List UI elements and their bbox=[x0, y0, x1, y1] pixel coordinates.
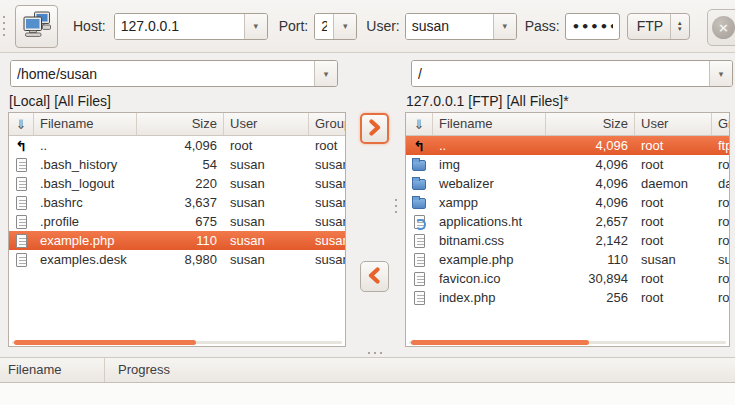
user-column-header[interactable]: User bbox=[224, 113, 309, 135]
file-group: susan bbox=[309, 212, 346, 231]
protocol-selector[interactable]: FTP ▴ ▾ bbox=[627, 13, 690, 40]
host-input[interactable] bbox=[115, 14, 244, 39]
file-size: 675 bbox=[137, 212, 224, 231]
file-user: root bbox=[635, 231, 712, 250]
file-user: root bbox=[635, 269, 712, 288]
scrollbar-thumb[interactable] bbox=[14, 340, 196, 345]
file-row[interactable]: .. 4,096 root root bbox=[9, 136, 345, 155]
file-row[interactable]: favicon.ico 30,894 root root bbox=[406, 269, 729, 288]
file-user: susan bbox=[224, 250, 309, 269]
local-pane: ▾ [Local] [All Files] ⇓ Filename Size Us… bbox=[8, 60, 346, 347]
file-row[interactable]: index.php 256 root root bbox=[406, 288, 729, 307]
host-dropdown-button[interactable]: ▾ bbox=[244, 14, 267, 39]
scrollbar-thumb[interactable] bbox=[411, 340, 589, 345]
group-column-header[interactable]: Group bbox=[712, 113, 730, 135]
file-row[interactable]: webalizer 4,096 daemon daemon bbox=[406, 174, 729, 193]
group-column-header[interactable]: Group bbox=[309, 113, 346, 135]
local-horizontal-scrollbar bbox=[12, 340, 342, 345]
remote-status-label: 127.0.0.1 [FTP] [All Files]* bbox=[406, 93, 735, 110]
password-input[interactable] bbox=[565, 13, 620, 40]
chevron-down-icon: ▾ bbox=[502, 21, 507, 31]
remote-path-input[interactable] bbox=[412, 61, 709, 86]
horizontal-pane-splitter-handle[interactable] bbox=[366, 351, 383, 355]
file-row[interactable]: .profile 675 susan susan bbox=[9, 212, 345, 231]
port-input[interactable] bbox=[315, 14, 333, 39]
local-status-label: [Local] [All Files] bbox=[9, 93, 346, 110]
file-user: root bbox=[635, 212, 712, 231]
folder-icon bbox=[412, 179, 426, 190]
transfer-queue-list[interactable] bbox=[0, 383, 735, 405]
user-input[interactable] bbox=[406, 14, 493, 39]
queue-progress-column-header[interactable]: Progress bbox=[105, 358, 735, 382]
download-button[interactable] bbox=[360, 261, 389, 292]
file-size: 4,096 bbox=[137, 136, 224, 155]
file-group: root bbox=[712, 155, 730, 174]
file-row[interactable]: .bash_logout 220 susan susan bbox=[9, 174, 345, 193]
file-row[interactable]: applications.ht 2,657 root root bbox=[406, 212, 729, 231]
file-row[interactable]: example.php 110 susan susan bbox=[406, 250, 729, 269]
user-dropdown-button[interactable]: ▾ bbox=[493, 14, 516, 39]
transfer-queue-header: Filename Progress bbox=[0, 357, 735, 383]
file-icon bbox=[16, 158, 27, 172]
file-group: root bbox=[712, 269, 730, 288]
sort-column-header[interactable]: ⇓ bbox=[406, 113, 433, 135]
file-group: susan bbox=[309, 231, 346, 250]
remote-path-combo: ▾ bbox=[411, 60, 733, 87]
file-user: susan bbox=[224, 155, 309, 174]
remote-path-dropdown-button[interactable]: ▾ bbox=[709, 61, 732, 86]
file-size: 54 bbox=[137, 155, 224, 174]
file-size: 110 bbox=[546, 250, 635, 269]
file-user: susan bbox=[224, 212, 309, 231]
file-size: 2,657 bbox=[546, 212, 635, 231]
queue-filename-column-header[interactable]: Filename bbox=[0, 358, 105, 382]
left-chevron-icon bbox=[367, 267, 382, 287]
local-file-list: ⇓ Filename Size User Group .. 4,096 root… bbox=[8, 112, 346, 347]
file-row[interactable]: bitnami.css 2,142 root root bbox=[406, 231, 729, 250]
file-group: susan bbox=[309, 174, 346, 193]
user-column-header[interactable]: User bbox=[635, 113, 712, 135]
file-group: root bbox=[712, 193, 730, 212]
file-row[interactable]: img 4,096 root root bbox=[406, 155, 729, 174]
file-name: example.php bbox=[433, 250, 546, 269]
stop-button[interactable]: × bbox=[707, 9, 735, 46]
file-name: .bash_logout bbox=[34, 174, 137, 193]
local-file-rows: .. 4,096 root root .bash_history 54 susa… bbox=[9, 136, 345, 269]
protocol-spin-buttons[interactable]: ▴ ▾ bbox=[670, 14, 689, 39]
filename-column-header[interactable]: Filename bbox=[34, 113, 137, 135]
file-group: root bbox=[712, 212, 730, 231]
stop-x-icon: × bbox=[712, 16, 735, 39]
chevron-down-icon: ▾ bbox=[719, 69, 724, 79]
file-user: root bbox=[635, 193, 712, 212]
file-row[interactable]: examples.desk 8,980 susan susan bbox=[9, 250, 345, 269]
local-path-input[interactable] bbox=[11, 61, 314, 86]
chevron-down-icon: ▾ bbox=[343, 21, 348, 31]
file-group: susan bbox=[309, 193, 346, 212]
upload-button[interactable] bbox=[360, 113, 389, 144]
sort-column-header[interactable]: ⇓ bbox=[9, 113, 34, 135]
connect-button[interactable] bbox=[15, 5, 58, 48]
file-size: 256 bbox=[546, 288, 635, 307]
file-icon bbox=[414, 234, 425, 248]
size-column-header[interactable]: Size bbox=[137, 113, 224, 135]
file-name: examples.desk bbox=[34, 250, 137, 269]
file-group: root bbox=[309, 136, 346, 155]
file-icon bbox=[16, 253, 27, 267]
file-row[interactable]: .bashrc 3,637 susan susan bbox=[9, 193, 345, 212]
file-row[interactable]: .. 4,096 root ftp bbox=[406, 136, 729, 155]
file-row[interactable]: xampp 4,096 root root bbox=[406, 193, 729, 212]
toolbar-drag-handle[interactable] bbox=[2, 14, 6, 38]
user-label: User: bbox=[366, 18, 399, 34]
local-path-dropdown-button[interactable]: ▾ bbox=[314, 61, 337, 86]
file-user: susan bbox=[224, 231, 309, 250]
vertical-pane-splitter-handle[interactable] bbox=[394, 197, 398, 214]
file-name: applications.ht bbox=[433, 212, 546, 231]
chevron-down-icon: ▾ bbox=[253, 21, 258, 31]
local-path-combo: ▾ bbox=[10, 60, 338, 87]
file-user: root bbox=[635, 288, 712, 307]
size-column-header[interactable]: Size bbox=[546, 113, 635, 135]
file-user: daemon bbox=[635, 174, 712, 193]
file-row[interactable]: example.php 110 susan susan bbox=[9, 231, 345, 250]
port-dropdown-button[interactable]: ▾ bbox=[333, 14, 356, 39]
filename-column-header[interactable]: Filename bbox=[433, 113, 546, 135]
file-row[interactable]: .bash_history 54 susan susan bbox=[9, 155, 345, 174]
